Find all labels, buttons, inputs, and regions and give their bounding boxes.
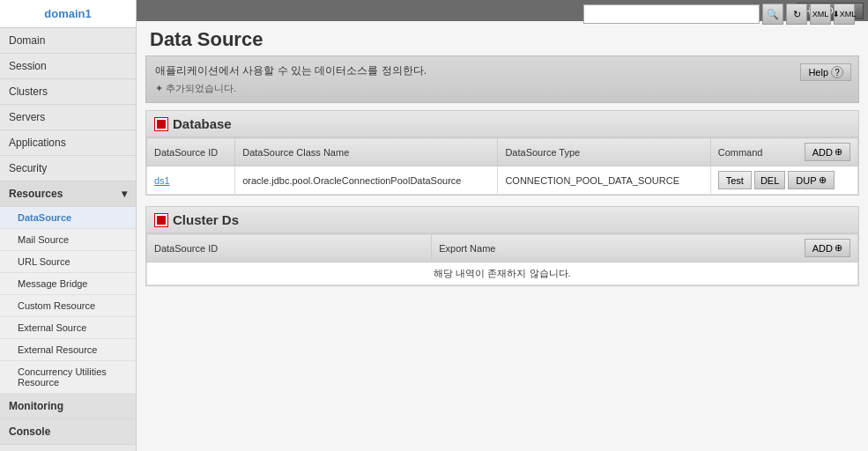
col-datasource-id: DataSource ID	[147, 138, 235, 166]
sidebar: domain1 Domain Session Clusters Servers …	[0, 0, 137, 451]
cluster-icon	[155, 214, 167, 226]
test-button[interactable]: Test	[718, 171, 752, 189]
sidebar-item-external-resource[interactable]: External Resource	[0, 339, 136, 361]
help-button[interactable]: Help ?	[800, 63, 851, 81]
sidebar-item-applications[interactable]: Applications	[0, 130, 136, 156]
info-banner-added: ✦ 추가되었습니다.	[155, 82, 849, 95]
col-class-name: DataSource Class Name	[235, 138, 498, 166]
main-content: HISTORY ▾ Data Source 🔍 ↻ XML ⬇XML 애플리케이…	[137, 0, 868, 451]
sidebar-item-concurrency-utilities[interactable]: Concurrency Utilities Resource	[0, 361, 136, 394]
database-table: DataSource ID DataSource Class Name Data…	[146, 137, 858, 195]
row-commands: Test DEL DUP ⊕	[710, 166, 857, 195]
search-button[interactable]: 🔍	[762, 4, 783, 25]
database-add-button[interactable]: ADD ⊕	[805, 143, 850, 161]
sidebar-item-servers[interactable]: Servers	[0, 105, 136, 130]
page-header: Data Source 🔍 ↻ XML ⬇XML	[137, 21, 868, 55]
dup-button[interactable]: DUP ⊕	[788, 171, 834, 189]
database-section: Database DataSource ID DataSource Class …	[145, 110, 859, 196]
col-type: DataSource Type	[498, 138, 710, 166]
cluster-add-button[interactable]: ADD ⊕	[805, 239, 850, 257]
sidebar-item-datasource[interactable]: DataSource	[0, 207, 136, 229]
database-section-title: Database	[173, 116, 232, 131]
sidebar-item-monitoring[interactable]: Monitoring	[0, 394, 136, 419]
sidebar-resources-header[interactable]: Resources ▾	[0, 181, 136, 207]
sidebar-item-url-source[interactable]: URL Source	[0, 251, 136, 273]
sidebar-item-console[interactable]: Console	[0, 419, 136, 445]
sidebar-item-mail-source[interactable]: Mail Source	[0, 229, 136, 251]
cluster-section: Cluster Ds DataSource ID Export Name ADD…	[145, 206, 859, 286]
cluster-section-title: Cluster Ds	[173, 212, 239, 227]
search-input[interactable]	[583, 4, 760, 24]
info-banner-text: 애플리케이션에서 사용할 수 있는 데이터소스를 정의한다.	[155, 63, 849, 78]
row-datasource-id: ds1	[147, 166, 235, 195]
export-xml-button[interactable]: XML	[810, 4, 831, 25]
sidebar-item-custom-resource[interactable]: Custom Resource	[0, 295, 136, 317]
sidebar-item-clusters[interactable]: Clusters	[0, 79, 136, 105]
empty-message: 해당 내역이 존재하지 않습니다.	[147, 262, 858, 285]
del-button[interactable]: DEL	[754, 171, 785, 189]
table-row: ds1 oracle.jdbc.pool.OracleConnectionPoo…	[147, 166, 858, 195]
cluster-section-header: Cluster Ds	[146, 207, 858, 233]
col-export-name: Export Name ADD ⊕	[432, 234, 858, 262]
row-class-name: oracle.jdbc.pool.OracleConnectionPoolDat…	[235, 166, 498, 195]
col-cluster-datasource-id: DataSource ID	[147, 234, 432, 262]
col-command: Command ADD ⊕	[710, 138, 857, 166]
page-title: Data Source	[150, 28, 263, 51]
sidebar-item-domain[interactable]: Domain	[0, 28, 136, 54]
datasource-link[interactable]: ds1	[154, 175, 170, 186]
info-banner: 애플리케이션에서 사용할 수 있는 데이터소스를 정의한다. ✦ 추가되었습니다…	[145, 55, 859, 103]
sidebar-item-session[interactable]: Session	[0, 54, 136, 79]
empty-row: 해당 내역이 존재하지 않습니다.	[147, 262, 858, 285]
cluster-table: DataSource ID Export Name ADD ⊕	[146, 233, 858, 285]
database-section-header: Database	[146, 111, 858, 137]
refresh-button[interactable]: ↻	[786, 4, 807, 25]
sidebar-item-external-source[interactable]: External Source	[0, 317, 136, 339]
export-button[interactable]: ⬇XML	[834, 4, 855, 25]
sidebar-logo[interactable]: domain1	[0, 0, 136, 28]
row-type: CONNECTION_POOL_DATA_SOURCE	[498, 166, 710, 195]
search-bar: 🔍 ↻ XML ⬇XML	[583, 4, 855, 25]
sidebar-item-message-bridge[interactable]: Message Bridge	[0, 273, 136, 295]
sidebar-item-security[interactable]: Security	[0, 156, 136, 181]
database-icon	[155, 118, 167, 130]
